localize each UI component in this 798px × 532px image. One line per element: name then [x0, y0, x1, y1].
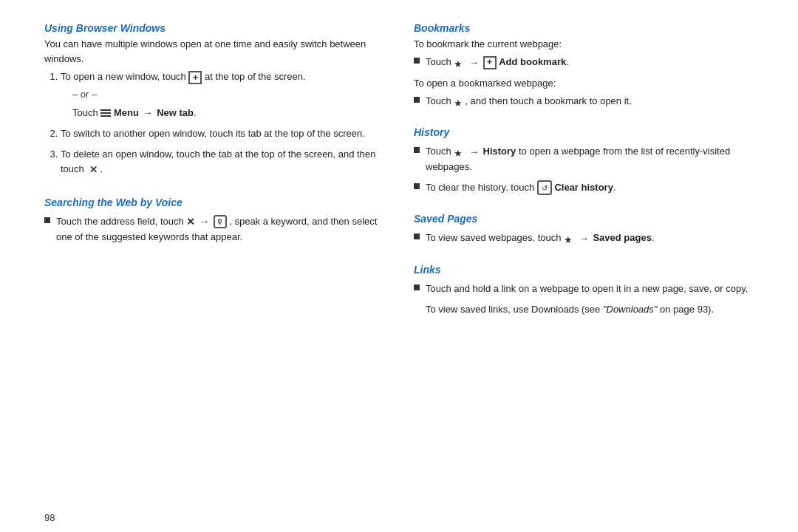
- add-bookmark-label: Add bookmark: [499, 56, 566, 67]
- menu-icon: [100, 108, 111, 118]
- section-title-bookmarks: Bookmarks: [414, 22, 754, 34]
- section-searching-by-voice: Searching the Web by Voice Touch the add…: [44, 197, 384, 251]
- history-bullet-2: To clear the history, touch ↺ Clear hist…: [414, 180, 754, 196]
- bullet-square: [414, 97, 420, 103]
- step-1-text-after: at the top of the screen.: [205, 71, 306, 82]
- section-body-saved-pages: To view saved webpages, touch ★ → Saved …: [414, 228, 754, 252]
- section-body-history: Touch ★ → History to open a webpage from…: [414, 141, 754, 201]
- x-icon: ✕: [86, 163, 100, 177]
- voice-bullets: Touch the address field, touch ✕ → 🎙 , s…: [44, 214, 384, 245]
- new-tab-label: New tab: [157, 107, 194, 118]
- plus-icon: +: [188, 71, 202, 84]
- saved-pages-bullets: To view saved webpages, touch ★ → Saved …: [414, 231, 754, 246]
- or-line: – or –: [61, 87, 384, 102]
- bullet-square: [414, 147, 420, 153]
- bookmarks-bullet-1: Touch ★ → + Add bookmark.: [414, 55, 754, 70]
- section-title-history: History: [414, 126, 754, 138]
- section-title-browser-windows: Using Browser Windows: [44, 22, 384, 34]
- bullet-square: [44, 217, 50, 223]
- bookmarks-bullet-2-text: Touch ★, and then touch a bookmark to op…: [426, 94, 754, 109]
- history-bullet-1: Touch ★ → History to open a webpage from…: [414, 144, 754, 174]
- saved-pages-bullet-1-text: To view saved webpages, touch ★ → Saved …: [426, 231, 754, 246]
- arrow-saved: →: [579, 231, 589, 246]
- step-3-text-before: To delete an open window, touch the tab …: [61, 149, 375, 174]
- links-bullet-1: Touch and hold a link on a webpage to op…: [414, 282, 754, 296]
- bookmarks-intro2: To open a bookmarked webpage:: [414, 76, 754, 91]
- page-footer: 98: [0, 506, 798, 532]
- star-icon-1: ★: [454, 57, 465, 68]
- section-body-voice: Touch the address field, touch ✕ → 🎙 , s…: [44, 211, 384, 251]
- history-bullets: Touch ★ → History to open a webpage from…: [414, 144, 754, 195]
- section-title-links: Links: [414, 264, 754, 276]
- section-links: Links Touch and hold a link on a webpage…: [414, 264, 754, 317]
- section-using-browser-windows: Using Browser Windows You can have multi…: [44, 22, 384, 183]
- arrow-mic: →: [200, 214, 209, 229]
- bookmarks-bullet-1-text: Touch ★ → + Add bookmark.: [426, 55, 754, 70]
- section-bookmarks: Bookmarks To bookmark the current webpag…: [414, 22, 754, 115]
- section-history: History Touch ★ → History to open a webp…: [414, 126, 754, 201]
- bookmarks-intro1: To bookmark the current webpage:: [414, 37, 754, 52]
- bullet-square: [414, 284, 420, 290]
- section-body-bookmarks: To bookmark the current webpage: Touch ★…: [414, 37, 754, 115]
- section-title-voice: Searching the Web by Voice: [44, 197, 384, 208]
- arrow-addbm: →: [469, 55, 479, 70]
- history-bullet-2-text: To clear the history, touch ↺ Clear hist…: [426, 180, 754, 196]
- section-body-browser-windows: You can have multiple windows open at on…: [44, 37, 384, 183]
- mic-icon: 🎙: [214, 215, 227, 228]
- star-icon-4: ★: [564, 233, 575, 244]
- section-title-saved-pages: Saved Pages: [414, 213, 754, 225]
- page-container: Using Browser Windows You can have multi…: [0, 0, 798, 506]
- browser-windows-intro: You can have multiple windows open at on…: [44, 37, 384, 66]
- bullet-square: [414, 58, 420, 64]
- links-note: To view saved links, use Downloads (see …: [414, 302, 754, 317]
- bookmarks-bullets2: Touch ★, and then touch a bookmark to op…: [414, 94, 754, 109]
- section-body-links: Touch and hold a link on a webpage to op…: [414, 279, 754, 317]
- step-1-text-before: To open a new window, touch: [61, 71, 188, 82]
- history-label: History: [483, 146, 516, 157]
- voice-bullet-1: Touch the address field, touch ✕ → 🎙 , s…: [44, 214, 384, 245]
- step-1: To open a new window, touch + at the top…: [61, 69, 384, 120]
- section-saved-pages: Saved Pages To view saved webpages, touc…: [414, 213, 754, 252]
- arrow-new-tab: →: [143, 106, 153, 120]
- saved-pages-bullet-1: To view saved webpages, touch ★ → Saved …: [414, 231, 754, 246]
- bullet-square: [414, 183, 420, 189]
- left-column: Using Browser Windows You can have multi…: [44, 22, 384, 484]
- step-2: To switch to another open window, touch …: [61, 126, 384, 141]
- saved-pages-label: Saved pages: [593, 232, 652, 243]
- bookmarks-bullets1: Touch ★ → + Add bookmark.: [414, 55, 754, 70]
- links-bullets: Touch and hold a link on a webpage to op…: [414, 282, 754, 296]
- history-bullet-1-text: Touch ★ → History to open a webpage from…: [426, 144, 754, 174]
- voice-bullet-text: Touch the address field, touch ✕ → 🎙 , s…: [56, 214, 384, 245]
- step-3: To delete an open window, touch the tab …: [61, 147, 384, 177]
- star-icon-2: ★: [454, 96, 465, 107]
- links-bullet-1-text: Touch and hold a link on a webpage to op…: [426, 282, 754, 296]
- add-bookmark-icon: +: [483, 56, 497, 69]
- menu-label: Menu: [114, 107, 139, 118]
- star-icon-3: ★: [454, 146, 465, 157]
- arrow-history: →: [469, 145, 479, 160]
- bookmarks-bullet-2: Touch ★, and then touch a bookmark to op…: [414, 94, 754, 109]
- bullet-square: [414, 233, 420, 239]
- clear-history-icon: ↺: [537, 180, 552, 195]
- clear-history-label: Clear history: [554, 182, 613, 193]
- touch-line: Touch Menu → New tab.: [61, 106, 384, 121]
- right-column: Bookmarks To bookmark the current webpag…: [414, 22, 754, 484]
- browser-windows-steps: To open a new window, touch + at the top…: [44, 69, 384, 177]
- scissors-icon: ✕: [186, 214, 195, 231]
- page-number: 98: [44, 512, 55, 523]
- downloads-italic: "Downloads": [603, 304, 658, 315]
